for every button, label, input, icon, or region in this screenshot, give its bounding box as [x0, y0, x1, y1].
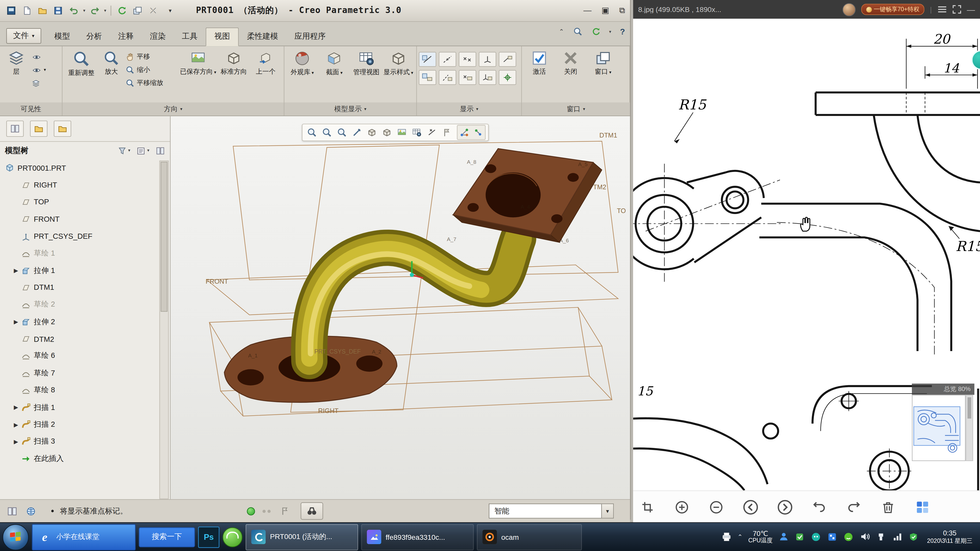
tray-expand-icon[interactable]: ⌃: [737, 534, 743, 540]
collapse-ribbon-icon[interactable]: ⌃: [559, 28, 564, 35]
tab-flexible-modeling[interactable]: 柔性建模: [239, 28, 286, 46]
axis-tag-display-toggle[interactable]: [439, 70, 456, 85]
tree-item-extrude1[interactable]: ▶拉伸 1: [0, 262, 170, 279]
network-tray-icon[interactable]: [892, 532, 903, 542]
sync-icon[interactable]: [591, 27, 600, 36]
expand-arrow-icon[interactable]: ▶: [14, 319, 21, 325]
tab-model[interactable]: 模型: [46, 28, 78, 46]
menu-icon[interactable]: [937, 6, 947, 13]
taskbar-clock[interactable]: 0:35 2020\3\11 星期三: [924, 529, 973, 545]
datum-display-filter-icon[interactable]: [425, 125, 439, 139]
tree-settings-button[interactable]: [156, 146, 165, 156]
standard-orientation-button[interactable]: 标准方向: [217, 49, 251, 76]
zoom-out-button[interactable]: 缩小: [124, 64, 180, 76]
zoom-in-icon[interactable]: [673, 498, 691, 516]
taskbar-ocam-task[interactable]: ocam: [477, 524, 582, 550]
security-tray-icon[interactable]: [794, 532, 805, 542]
repaint-icon[interactable]: [350, 125, 364, 139]
tab-analysis[interactable]: 分析: [78, 28, 110, 46]
taskbar-image-task[interactable]: ffe893f9ea3310c...: [361, 524, 474, 550]
group-label-orientation[interactable]: 方向▾: [62, 103, 284, 116]
plane-tag-display-toggle[interactable]: [419, 70, 436, 85]
web-browser-icon[interactable]: [24, 504, 38, 518]
expand-arrow-icon[interactable]: ▶: [14, 438, 21, 445]
user-avatar[interactable]: [842, 3, 856, 16]
tree-item-top[interactable]: TOP: [0, 194, 170, 211]
tree-item-sketch6[interactable]: 草绘 6: [0, 348, 170, 365]
tree-item-sketch1[interactable]: 草绘 1: [0, 245, 170, 262]
tree-item-extrude2[interactable]: ▶拉伸 2: [0, 313, 170, 330]
layers-button[interactable]: 层: [2, 49, 30, 76]
minimize-viewer-icon[interactable]: —: [967, 5, 975, 14]
expand-arrow-icon[interactable]: ▶: [14, 404, 21, 410]
favorites-tab[interactable]: [54, 121, 72, 137]
tree-item-sketch7[interactable]: 草绘 7: [0, 365, 170, 382]
restore-icon[interactable]: ▣: [601, 6, 609, 16]
csys-tag-display-toggle[interactable]: [479, 70, 496, 85]
taskbar-edge-button[interactable]: e 小学在线课堂: [32, 524, 136, 550]
command-search-icon[interactable]: [573, 27, 582, 36]
tree-item-right[interactable]: RIGHT: [0, 176, 170, 194]
selection-filter-dropdown[interactable]: 智能 ▼: [489, 503, 614, 519]
cpu-temperature-widget[interactable]: 70℃ CPU温度: [748, 530, 773, 545]
tree-item-part[interactable]: PRT0001.PRT: [0, 159, 170, 176]
help-icon[interactable]: ?: [620, 27, 625, 36]
flag-icon[interactable]: [278, 504, 292, 518]
chevron-down-icon[interactable]: ▼: [601, 504, 613, 518]
tree-options-button[interactable]: ▾: [137, 146, 149, 156]
saved-view-list-icon[interactable]: [395, 125, 409, 139]
refit-view-icon[interactable]: [305, 125, 319, 139]
zoom-in-button[interactable]: 放大: [98, 49, 124, 76]
crop-icon[interactable]: [639, 498, 656, 516]
tab-applications[interactable]: 应用程序: [286, 28, 334, 46]
titlebar-dropdown-arrow-icon[interactable]: ▾: [169, 7, 172, 14]
point-display-toggle[interactable]: [459, 52, 476, 67]
printer-tray-icon[interactable]: [721, 532, 732, 542]
visibility-options-button[interactable]: [30, 78, 47, 89]
csys-display-toggle[interactable]: [479, 52, 496, 67]
new-file-icon[interactable]: [21, 4, 33, 17]
viewer-canvas[interactable]: 20 14 R15 R15 15 总览 80%: [633, 19, 980, 490]
annotation-filter-icon[interactable]: [440, 125, 454, 139]
hide-button[interactable]: [30, 51, 47, 62]
tab-render[interactable]: 渲染: [142, 28, 174, 46]
undo-icon[interactable]: [67, 4, 80, 17]
tab-annotate[interactable]: 注释: [110, 28, 142, 46]
tree-item-dtm1[interactable]: DTM1: [0, 279, 170, 296]
group-label-model-display[interactable]: 模型显示▾: [284, 103, 417, 116]
navigator-thumbnail[interactable]: [912, 395, 966, 461]
start-button[interactable]: [3, 524, 29, 550]
display-style-shaded-icon[interactable]: [365, 125, 379, 139]
user-tray-icon[interactable]: [778, 532, 789, 542]
tree-item-sketch2[interactable]: 草绘 2: [0, 296, 170, 313]
capture-image-icon[interactable]: [410, 125, 424, 139]
axis-display-toggle[interactable]: [439, 52, 456, 67]
navigator-scrollbar[interactable]: [966, 395, 973, 461]
tree-scrollbar[interactable]: [159, 160, 169, 499]
taskbar-search-button[interactable]: 搜索一下: [139, 527, 195, 547]
volume-tray-icon[interactable]: [859, 532, 870, 542]
sections-button[interactable]: 截面 ▾: [318, 49, 350, 77]
close-window-icon[interactable]: ⤫: [147, 4, 159, 17]
close-icon[interactable]: ⧉: [619, 6, 625, 16]
tree-item-sketch8[interactable]: 草绘 8: [0, 382, 170, 399]
zoom-out-icon[interactable]: [708, 498, 725, 516]
display-style-button[interactable]: 显示样式 ▾: [382, 49, 414, 77]
tab-file[interactable]: 文件▾: [6, 28, 41, 44]
messenger-tray-icon[interactable]: [811, 532, 821, 542]
tree-item-front[interactable]: FRONT: [0, 211, 170, 228]
manage-views-button[interactable]: 管理视图: [350, 49, 383, 77]
point-tag-display-toggle[interactable]: [459, 70, 476, 85]
saved-orientations-button[interactable]: 已保存方向 ▾: [180, 49, 217, 76]
antivirus-tray-icon[interactable]: [908, 532, 919, 542]
toggle-navigator-icon[interactable]: [5, 504, 19, 518]
plane-display-toggle[interactable]: [419, 52, 436, 67]
group-label-window[interactable]: 窗口▾: [522, 103, 630, 116]
pan-zoom-button[interactable]: 平移缩放: [124, 78, 180, 89]
wechat-tray-icon[interactable]: [843, 532, 854, 542]
tree-item-insert-here[interactable]: 在此插入: [0, 450, 170, 467]
taskbar-photoshop-button[interactable]: Ps: [198, 526, 219, 548]
open-file-icon[interactable]: [36, 4, 49, 17]
model-tree-tab[interactable]: [6, 121, 24, 137]
tab-tools[interactable]: 工具: [174, 28, 206, 46]
